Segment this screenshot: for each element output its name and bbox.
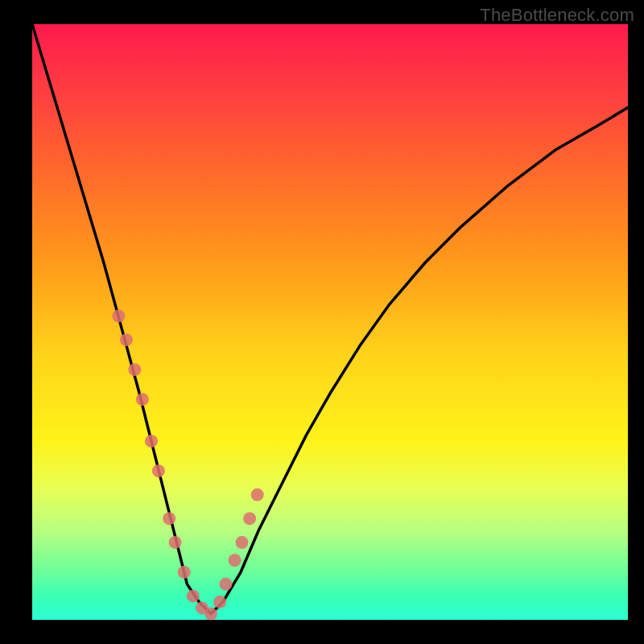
watermark-text: TheBottleneck.com [480, 5, 634, 26]
svg-point-8 [178, 566, 191, 579]
chart-frame: TheBottleneck.com [0, 0, 644, 644]
svg-point-6 [163, 512, 175, 525]
svg-point-3 [136, 393, 149, 406]
svg-point-12 [213, 596, 226, 609]
svg-point-1 [120, 333, 133, 346]
svg-point-0 [112, 310, 125, 323]
chart-svg [32, 24, 628, 620]
svg-point-5 [152, 464, 165, 477]
svg-point-16 [243, 512, 256, 525]
svg-point-14 [229, 554, 242, 567]
svg-point-4 [145, 435, 158, 448]
svg-point-17 [251, 489, 264, 502]
svg-point-2 [128, 363, 141, 376]
svg-point-9 [187, 589, 200, 602]
svg-point-11 [204, 608, 217, 621]
svg-point-13 [220, 578, 233, 591]
plot-area [32, 24, 628, 620]
svg-point-15 [236, 536, 249, 549]
svg-point-7 [169, 536, 182, 549]
